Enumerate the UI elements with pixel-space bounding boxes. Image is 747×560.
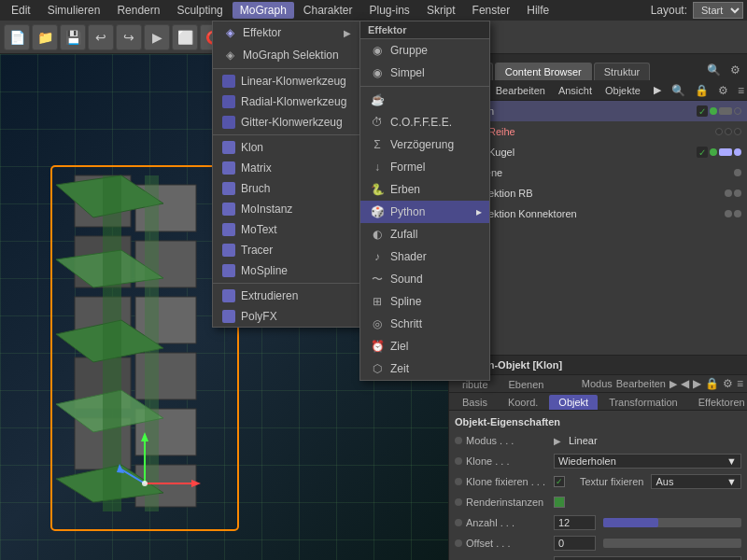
- menu-simpel[interactable]: ◉ Simpel: [360, 62, 489, 84]
- menu-verzoegerung[interactable]: ⏱ C.O.F.F.E.E.: [360, 111, 489, 133]
- prop-nav-right-icon[interactable]: ▶: [693, 377, 701, 390]
- menu-volumen[interactable]: ⬡ Zeit: [360, 357, 489, 380]
- toolbar-save[interactable]: 💾: [60, 24, 86, 50]
- textur-fix-select[interactable]: Aus ▼: [651, 474, 741, 489]
- obj-row-selrb[interactable]: ◈ Selektion RB: [449, 183, 747, 203]
- menu-extrudieren[interactable]: Extrudieren: [213, 286, 360, 306]
- obj-menu-objekte[interactable]: Objekte: [599, 83, 646, 98]
- simpel-icon: ◉: [370, 65, 385, 80]
- obj-row-klon[interactable]: 📦 Klon ✓: [449, 101, 747, 121]
- prop-lock-icon[interactable]: 🔒: [705, 377, 719, 390]
- offset-slider[interactable]: [603, 539, 741, 548]
- menu-shader[interactable]: ◐ Zufall: [360, 223, 489, 245]
- prop-subtab-basis[interactable]: Basis: [453, 395, 497, 410]
- menu-sound[interactable]: ♪ Shader: [360, 245, 489, 268]
- menu-coffee[interactable]: ☕: [360, 89, 489, 111]
- anzahl-dot: [455, 519, 462, 526]
- menu-gitter-klon[interactable]: Gitter-Klonwerkzeug: [213, 112, 360, 133]
- menu-klon[interactable]: Klon: [213, 137, 360, 158]
- toolbar-new[interactable]: 📄: [4, 24, 30, 50]
- menu-radial-klon[interactable]: Radial-Klonwerkzeug: [213, 91, 360, 112]
- prop-modus-label[interactable]: Modus: [582, 378, 613, 389]
- menu-mograph-sel[interactable]: ◈ MoGraph Selektion: [213, 44, 360, 66]
- menu-fenster[interactable]: Fenster: [465, 2, 518, 19]
- menu-motext[interactable]: MoText: [213, 219, 360, 240]
- prop-gear-icon[interactable]: ⚙: [723, 377, 733, 390]
- menu-moinstanz[interactable]: MoInstanz: [213, 199, 360, 219]
- obj-lock-icon[interactable]: 🔒: [692, 83, 712, 98]
- dot3: [719, 107, 732, 115]
- effektor-header: Effektor: [360, 21, 489, 39]
- layout-select[interactable]: Start: [693, 2, 743, 19]
- menu-bruch[interactable]: Bruch: [213, 178, 360, 199]
- menu-ziel[interactable]: ◎ Schritt: [360, 313, 489, 335]
- menu-tracer[interactable]: Tracer: [213, 240, 360, 260]
- prop-arrow-icon[interactable]: ▶: [669, 378, 677, 390]
- obj-menu-ansicht[interactable]: Ansicht: [553, 83, 598, 98]
- menu-charakter[interactable]: Charakter: [296, 2, 360, 19]
- anzahl-slider[interactable]: [603, 518, 741, 527]
- prop-subtab-effektoren[interactable]: Effektoren: [689, 395, 747, 410]
- menu-schritt[interactable]: ⊞ Spline: [360, 290, 489, 313]
- menu-mospline[interactable]: MoSpline: [213, 260, 360, 281]
- offset-input[interactable]: [554, 536, 596, 551]
- obj-row-selkon[interactable]: ◈ Selektion Konnektoren: [449, 203, 747, 224]
- menu-matrix[interactable]: Matrix: [213, 158, 360, 178]
- render-dot: [455, 498, 462, 506]
- sep2: [213, 134, 360, 135]
- toolbar-render[interactable]: ▶: [144, 24, 170, 50]
- toolbar-obj1[interactable]: ⬜: [172, 24, 198, 50]
- selkon-dots: [725, 210, 741, 217]
- menu-zufall[interactable]: 🎲 Python ▸: [360, 201, 489, 223]
- obj-search-icon[interactable]: 🔍: [669, 83, 688, 98]
- menu-edit[interactable]: Edit: [4, 2, 38, 19]
- prop-row-offset: Offset . . .: [455, 534, 741, 553]
- obj-menu-arrow[interactable]: ▶: [648, 82, 667, 98]
- prop-subtab-transformation[interactable]: Transformation: [599, 395, 687, 410]
- obj-menu-bearbeiten[interactable]: Bearbeiten: [490, 83, 551, 98]
- obj-gear-icon[interactable]: ⚙: [715, 83, 731, 98]
- menu-polyfx[interactable]: PolyFX: [213, 306, 360, 327]
- menu-mograph[interactable]: MoGraph: [233, 2, 294, 19]
- toolbar-undo[interactable]: ↩: [88, 24, 114, 50]
- tab-struktur[interactable]: Struktur: [594, 63, 651, 80]
- prop-menu-icon[interactable]: ≡: [737, 377, 743, 390]
- toolbar-redo[interactable]: ↪: [116, 24, 142, 50]
- search-icon[interactable]: 🔍: [704, 63, 724, 77]
- menu-linear-klon[interactable]: Linear-Klonwerkzeug: [213, 71, 360, 91]
- obj-more-icon[interactable]: ≡: [735, 83, 747, 98]
- menu-formel[interactable]: Σ Verzögerung: [360, 133, 489, 156]
- menu-rendern[interactable]: Rendern: [109, 2, 167, 19]
- menu-simulieren[interactable]: Simulieren: [40, 2, 108, 19]
- menu-hilfe[interactable]: Hilfe: [519, 2, 557, 19]
- klone-select[interactable]: Wiederholen ▼: [554, 454, 741, 469]
- menu-effektor[interactable]: ◈ Effektor ▶: [213, 21, 360, 44]
- menu-zeit[interactable]: ⏰ Ziel: [360, 335, 489, 357]
- menu-erben[interactable]: ↓ Formel: [360, 156, 489, 178]
- menu-python[interactable]: 🐍 Erben: [360, 178, 489, 201]
- toolbar-open[interactable]: 📁: [32, 24, 58, 50]
- menu-gruppe[interactable]: ◉ Gruppe: [360, 39, 489, 62]
- render-checkbox[interactable]: [554, 497, 565, 508]
- prop-subtab-koord[interactable]: Koord.: [499, 395, 547, 410]
- dot1: ✓: [697, 105, 708, 117]
- prop-subtab-objekt[interactable]: Objekt: [549, 395, 598, 410]
- bruch-icon: [222, 182, 235, 195]
- klone-fix-checkbox[interactable]: ✓: [554, 476, 565, 487]
- obj-row-reihe[interactable]: ▷ Reihe: [464, 121, 747, 142]
- prop-bearbeiten-label[interactable]: Bearbeiten: [616, 378, 666, 389]
- modus2-select[interactable]: Pro Schritt ▼: [554, 556, 741, 560]
- menu-spline[interactable]: 〜 Sound: [360, 268, 489, 290]
- klone-fix-dot: [455, 478, 462, 485]
- prop-nav-left-icon[interactable]: ◀: [681, 377, 689, 390]
- motext-icon: [222, 223, 235, 236]
- prop-tab-ebenen[interactable]: Ebenen: [500, 377, 554, 392]
- menu-skript[interactable]: Skript: [419, 2, 463, 19]
- obj-row-szene[interactable]: 🎬 Szene: [449, 162, 747, 183]
- obj-row-kugel[interactable]: ⬤ Kugel ✓: [464, 142, 747, 162]
- anzahl-input[interactable]: [554, 515, 596, 530]
- tab-content-browser[interactable]: Content Browser: [495, 63, 592, 80]
- menu-plugins[interactable]: Plug-ins: [362, 2, 417, 19]
- settings-icon[interactable]: ⚙: [727, 63, 743, 77]
- menu-sculpting[interactable]: Sculpting: [169, 2, 230, 19]
